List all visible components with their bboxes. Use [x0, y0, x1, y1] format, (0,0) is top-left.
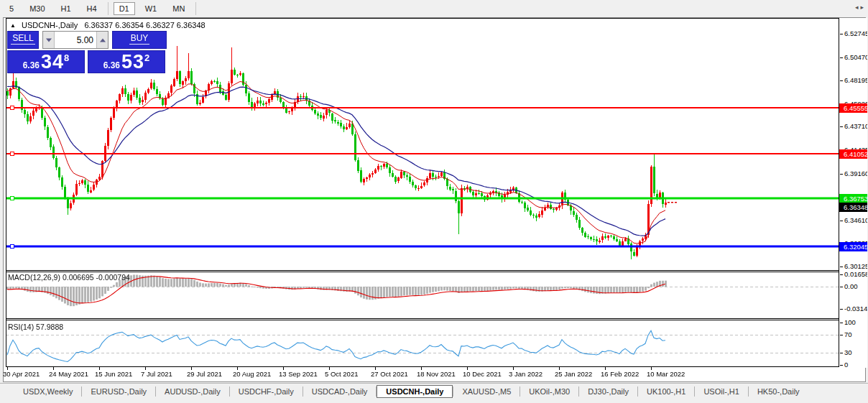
timeframe-toolbar: 5M30H1H4D1W1MN: [0, 0, 868, 17]
sell-price-display[interactable]: 6.36 34 8: [7, 50, 85, 73]
volume-input[interactable]: [55, 32, 96, 48]
trading-platform-window: 5M30H1H4D1W1MN ▲ USDCNH-,Daily 6.36337 6…: [0, 0, 868, 403]
rsi-indicator-label: RSI(14) 57.9888: [8, 323, 63, 331]
hline-price-tag: 6.45555: [839, 103, 867, 113]
toolbar-separator: [108, 2, 108, 15]
date-tick-label: 5 Oct 2021: [325, 370, 358, 378]
buy-button[interactable]: BUY: [112, 31, 167, 49]
date-tick-label: 18 Nov 2021: [417, 370, 456, 378]
triangle-up-icon: [100, 38, 106, 42]
price-tick-label: 6.48195: [844, 76, 867, 85]
timeframe-button-h4[interactable]: H4: [81, 2, 103, 15]
date-tick-label: 20 Aug 2021: [233, 370, 271, 378]
macd-tick-label: 0.00: [844, 282, 858, 291]
price-tick-label: 6.30125: [844, 262, 867, 271]
tab-usdchf-daily[interactable]: USDCHF-,Daily: [230, 385, 303, 398]
sell-price-sup: 8: [64, 53, 69, 62]
macd-tick-label: -0.031423: [844, 305, 867, 313]
timeframe-button-w1[interactable]: W1: [139, 2, 163, 15]
macd-main-value: 0.006695: [63, 273, 94, 282]
date-tick-label: 3 Jan 2022: [509, 370, 542, 378]
symbol-tab-bar: USDX,WeeklyEURUSD-,DailyAUDUSD-,DailyUSD…: [0, 383, 868, 399]
timeframe-button-m30[interactable]: M30: [24, 2, 50, 15]
rsi-tick-label: 0: [844, 361, 848, 368]
price-tick-label: 6.43710: [844, 122, 867, 131]
timeframe-button-mn[interactable]: MN: [167, 2, 190, 15]
price-tick-label: 6.52745: [844, 29, 867, 38]
sell-button[interactable]: SELL: [7, 31, 39, 49]
tab-usdx-weekly[interactable]: USDX,Weekly: [14, 385, 81, 398]
expand-triangle-icon[interactable]: ▲: [10, 22, 16, 29]
hline-price-tag: 6.41052: [839, 149, 867, 159]
buy-price-display[interactable]: 6.36 53 2: [88, 50, 165, 73]
tab-usdcad-daily[interactable]: USDCAD-,Daily: [303, 385, 377, 398]
tab-usoil-h1[interactable]: USOil-,H1: [695, 385, 748, 398]
timeframe-button-d1[interactable]: D1: [114, 2, 135, 15]
date-tick-label: 15 Jun 2021: [95, 370, 132, 378]
price-tick-label: 6.34610: [844, 216, 867, 225]
date-tick-label: 13 Sep 2021: [279, 370, 318, 378]
tab-xauusd-m5[interactable]: XAUUSD-,M5: [453, 385, 520, 398]
buy-price-big: 53: [121, 52, 144, 71]
tab-dj30-daily[interactable]: DJ30-,Daily: [579, 385, 637, 398]
tab-uk100-h1[interactable]: UK100-,H1: [638, 385, 694, 398]
sell-price-big: 34: [41, 52, 64, 71]
price-tick-label: 6.50470: [844, 53, 867, 62]
hline-price-tag: 6.36753: [839, 194, 867, 203]
current-price-tag: 6.36348: [839, 203, 867, 212]
date-tick-label: 16 Feb 2022: [601, 370, 639, 378]
date-tick-label: 27 Oct 2021: [371, 370, 408, 378]
rsi-value: 57.9888: [36, 323, 63, 331]
buy-price-prefix: 6.36: [103, 60, 120, 71]
tab-usdcnh-daily[interactable]: USDCNH-,Daily: [377, 385, 453, 398]
triangle-down-icon: [46, 38, 52, 42]
sell-price-prefix: 6.36: [23, 60, 40, 71]
chart-title: ▲ USDCNH-,Daily 6.36337 6.36354 6.36327 …: [10, 21, 206, 29]
tab-eurusd-daily[interactable]: EURUSD-,Daily: [82, 385, 155, 398]
chart-ohlc-values: 6.36337 6.36354 6.36327 6.36348: [84, 21, 205, 29]
volume-spinner: [42, 31, 108, 49]
tab-audusd-daily[interactable]: AUDUSD-,Daily: [156, 385, 229, 398]
one-click-trading-panel: SELL BUY 6.36 34 8 6.36 53 2: [7, 31, 167, 73]
rsi-tick-label: 70: [844, 330, 852, 339]
hline-price-tag: 6.32045: [839, 242, 867, 251]
price-axis[interactable]: 6.527456.504706.481956.459206.437106.414…: [839, 18, 867, 368]
date-tick-label: 25 Jan 2022: [555, 370, 592, 378]
scroll-right-icon[interactable]: ▸: [860, 4, 866, 11]
date-tick-label: 10 Mar 2022: [647, 370, 685, 378]
status-strip: [0, 399, 868, 403]
date-tick-label: 10 Dec 2021: [463, 370, 502, 378]
buy-price-sup: 2: [144, 53, 149, 62]
date-axis[interactable]: 30 Apr 202124 May 202115 Jun 20217 Jul 2…: [6, 369, 839, 381]
date-tick-label: 29 Jul 2021: [187, 370, 222, 378]
tab-hk50-daily[interactable]: HK50-,Daily: [749, 385, 808, 398]
volume-increase-button[interactable]: [96, 32, 108, 48]
rsi-tick-label: 100: [844, 318, 856, 327]
date-tick-label: 24 May 2021: [49, 370, 88, 378]
timeframe-button-5[interactable]: 5: [4, 2, 19, 15]
macd-tick-label: 0.016586: [844, 270, 867, 279]
tab-scroll-arrows: ◂▸: [855, 4, 866, 11]
date-tick-label: 7 Jul 2021: [141, 370, 172, 378]
macd-signal-value: -0.000794: [96, 273, 130, 282]
tab-ukoil-m30[interactable]: UKOil-,M30: [520, 385, 578, 398]
toolbar-separator: [195, 2, 196, 15]
chart-symbol-label: USDCNH-,Daily: [22, 21, 78, 29]
price-tick-label: 6.39160: [844, 170, 867, 178]
macd-indicator-label: MACD(12,26,9) 0.006695 -0.000794: [8, 273, 130, 282]
volume-decrease-button[interactable]: [43, 32, 55, 48]
timeframe-button-h1[interactable]: H1: [55, 2, 77, 15]
rsi-tick-label: 30: [844, 348, 852, 357]
date-tick-label: 30 Apr 2021: [3, 370, 40, 378]
